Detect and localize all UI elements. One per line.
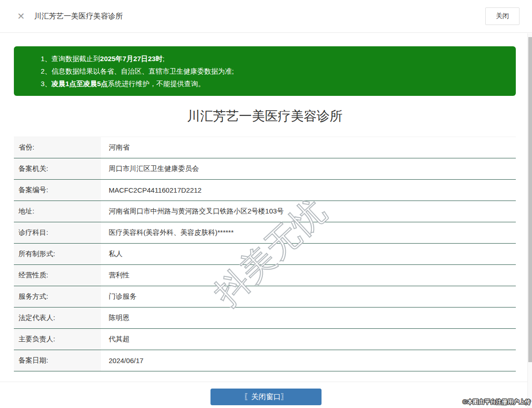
row-value: 门诊服务 [101, 286, 516, 307]
row-label: 经营性质: [14, 265, 101, 286]
table-row: 备案日期: 2024/06/17 [14, 350, 516, 371]
close-button[interactable]: 关闭 [485, 7, 520, 25]
dialog-footer: 〖关闭窗口〗 [0, 382, 532, 405]
row-value: 河南省 [101, 137, 516, 158]
row-label: 所有制形式: [14, 244, 101, 264]
notice-line-2: 2、信息数据结果以各省、自治区、直辖市卫生健康委数据为准; [41, 65, 507, 77]
row-label: 备案日期: [14, 350, 101, 371]
notice-line-bold: 2025年7月27日23时 [100, 55, 162, 63]
table-row: 备案机关: 周口市川汇区卫生健康委员会 [14, 158, 516, 180]
row-value: 私人 [101, 244, 516, 264]
row-label: 服务方式: [14, 286, 101, 307]
vertical-scrollbar[interactable] [527, 33, 532, 408]
close-window-button[interactable]: 〖关闭窗口〗 [210, 389, 322, 405]
table-row: 法定代表人: 陈明恩 [14, 308, 516, 329]
row-label: 法定代表人: [14, 308, 101, 328]
row-value: 陈明恩 [101, 308, 516, 328]
row-label: 备案机关: [14, 158, 101, 179]
scrollbar-thumb[interactable] [528, 37, 532, 362]
notice-line-suffix: ; [162, 55, 164, 63]
table-row: 省份: 河南省 [14, 137, 516, 158]
row-label: 备案编号: [14, 180, 101, 201]
table-row: 经营性质: 营利性 [14, 265, 516, 286]
row-value: MACFC2CP441160217D2212 [101, 180, 516, 201]
row-label: 主要负责人: [14, 329, 101, 350]
table-row: 备案编号: MACFC2CP441160217D2212 [14, 180, 516, 201]
notice-line-text: 信息数据结果以各省、自治区、直辖市卫生健康委数据为准; [51, 67, 234, 75]
row-value: 营利性 [101, 265, 516, 286]
row-value: 周口市川汇区卫生健康委员会 [101, 158, 516, 179]
notice-banner: 1、查询数据截止到2025年7月27日23时; 2、信息数据结果以各省、自治区、… [14, 46, 516, 96]
notice-line-number: 3、 [41, 80, 51, 88]
notice-line-bold: 凌晨1点至凌晨5点 [51, 80, 108, 88]
row-value: 2024/06/17 [101, 350, 516, 371]
table-row: 所有制形式: 私人 [14, 244, 516, 265]
dialog-header: ✕ 川汇芳艺一美医疗美容诊所 关闭 [0, 0, 532, 33]
close-icon[interactable]: ✕ [17, 12, 25, 21]
dialog-body: 1、查询数据截止到2025年7月27日23时; 2、信息数据结果以各省、自治区、… [0, 46, 532, 371]
row-label: 地址: [14, 201, 101, 222]
notice-line-suffix: 系统进行维护，不能提供查询。 [108, 80, 205, 88]
notice-line-3: 3、凌晨1点至凌晨5点系统进行维护，不能提供查询。 [41, 77, 507, 90]
row-value: 河南省周口市中州路与黄河路交叉口铁路小区2号楼103号 [101, 201, 516, 222]
notice-line-number: 2、 [41, 67, 51, 75]
dialog-title: 川汇芳艺一美医疗美容诊所 [34, 12, 123, 21]
row-label: 诊疗科目: [14, 222, 101, 243]
copyright-watermark: ©本图由平台注册用户上传 [463, 398, 531, 406]
info-table: 省份: 河南省 备案机关: 周口市川汇区卫生健康委员会 备案编号: MACFC2… [14, 137, 516, 371]
row-value: 代其超 [101, 329, 516, 350]
table-row: 地址: 河南省周口市中州路与黄河路交叉口铁路小区2号楼103号 [14, 201, 516, 222]
table-row: 服务方式: 门诊服务 [14, 286, 516, 308]
row-label: 省份: [14, 137, 101, 158]
notice-line-number: 1、 [41, 55, 51, 63]
row-value: 医疗美容科(美容外科、美容皮肤科)****** [101, 222, 516, 243]
page-title: 川汇芳艺一美医疗美容诊所 [14, 107, 516, 126]
notice-line-1: 1、查询数据截止到2025年7月27日23时; [41, 52, 507, 65]
table-row: 诊疗科目: 医疗美容科(美容外科、美容皮肤科)****** [14, 222, 516, 244]
table-row: 主要负责人: 代其超 [14, 329, 516, 350]
notice-line-text: 查询数据截止到 [51, 55, 100, 63]
